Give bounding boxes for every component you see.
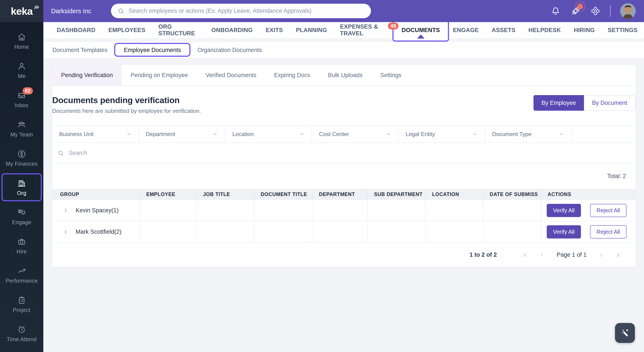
briefcase-icon	[17, 237, 26, 246]
sidebar-item-my-finances[interactable]: My Finances	[0, 144, 43, 173]
sidebar-item-project[interactable]: Project	[0, 290, 43, 319]
tab-expiring-docs[interactable]: Expiring Docs	[265, 65, 319, 86]
magic-wand-fab[interactable]	[615, 323, 635, 343]
pagination: 1 to 2 of 2 Page 1 of 1	[52, 243, 636, 267]
nav-exits[interactable]: EXITS	[259, 22, 290, 38]
cell-location	[426, 200, 483, 221]
cell-department	[312, 200, 368, 221]
col-sub-department: SUB DEPARTMENT	[368, 189, 426, 200]
keka-logo[interactable]: keka	[0, 0, 43, 22]
pagination-range: 1 to 2 of 2	[470, 252, 497, 258]
sidebar-item-my-team[interactable]: My Team	[0, 114, 43, 144]
gear-icon[interactable]	[590, 6, 600, 16]
cell-sub-department	[368, 222, 426, 242]
nav-org-structure[interactable]: ORG STRUCTURE	[152, 22, 205, 38]
subnav-organization-documents[interactable]: Organization Documents	[189, 42, 270, 58]
col-actions: ACTIONS	[541, 189, 636, 200]
table-header: GROUP EMPLOYEE JOB TITLE DOCUMENT TITLE …	[52, 189, 636, 200]
first-page-icon[interactable]	[523, 252, 529, 258]
col-date-of-submission: DATE OF SUBMISS	[483, 189, 541, 200]
subnav-employee-documents[interactable]: Employee Documents	[116, 42, 189, 58]
clipboard-icon	[17, 296, 26, 305]
nav-assets[interactable]: ASSETS	[485, 22, 522, 38]
alarm-clock-icon	[17, 325, 26, 334]
nav-planning[interactable]: PLANNING	[290, 22, 334, 38]
filter-department[interactable]: Department	[139, 126, 226, 142]
logo-spark-icon	[33, 3, 40, 10]
toggle-by-employee[interactable]: By Employee	[534, 95, 584, 111]
company-name: Darksiders Inc	[51, 8, 91, 15]
chevron-down-icon	[559, 131, 564, 137]
cell-sub-department	[368, 200, 426, 221]
filter-location[interactable]: Location	[225, 126, 312, 142]
pagination-page-label: Page 1 of 1	[557, 252, 586, 258]
toggle-by-document[interactable]: By Document	[584, 95, 636, 111]
total-count: Total: 2	[52, 164, 636, 189]
tab-pending-on-employee[interactable]: Pending on Employee	[122, 65, 197, 86]
subnav-document-templates[interactable]: Document Templates	[44, 42, 116, 58]
cell-job-title	[196, 200, 254, 221]
tab-pending-verification[interactable]: Pending Verification	[52, 65, 122, 86]
nav-documents[interactable]: DOCUMENTS	[395, 22, 446, 38]
magic-wand-icon	[619, 327, 631, 339]
tab-settings[interactable]: Settings	[372, 65, 410, 86]
last-page-icon[interactable]	[614, 252, 620, 258]
group-name[interactable]: Kevin Spacey(1)	[76, 207, 118, 214]
page-body: Pending Verification Pending on Employee…	[43, 58, 644, 267]
keka-logo-text: keka	[11, 5, 33, 17]
nav-onboarding[interactable]: ONBOARDING	[205, 22, 260, 38]
nav-engage[interactable]: ENGAGE	[446, 22, 485, 38]
cell-date-of-submission	[483, 222, 541, 242]
bell-icon[interactable]	[550, 6, 560, 16]
sidebar-item-performance[interactable]: Performance	[0, 260, 43, 290]
rocket-icon[interactable]	[570, 6, 581, 16]
table-search-row	[52, 143, 636, 164]
sidebar-item-me[interactable]: Me	[0, 56, 43, 85]
verify-all-button[interactable]: Verify All	[547, 225, 581, 238]
tab-bulk-uploads[interactable]: Bulk Uploads	[319, 65, 372, 86]
nav-dashboard[interactable]: DASHBOARD	[50, 22, 102, 38]
table-search-input[interactable]	[69, 150, 630, 156]
filter-business-unit[interactable]: Business Unit	[52, 126, 139, 142]
expand-chevron-icon[interactable]	[62, 229, 69, 235]
tab-verified-documents[interactable]: Verified Documents	[197, 65, 265, 86]
nav-hiring[interactable]: HIRING	[567, 22, 601, 38]
nav-expenses-travel[interactable]: EXPENSES & TRAVEL 48	[334, 22, 395, 38]
nav-helpdesk[interactable]: HELPDESK	[522, 22, 567, 38]
documents-subnav: Document Templates Employee Documents Or…	[43, 42, 644, 58]
reject-all-button[interactable]: Reject All	[590, 204, 626, 217]
user-avatar[interactable]	[620, 3, 636, 19]
filters-row: Business Unit Department Location Cost C…	[52, 125, 636, 143]
reject-all-button[interactable]: Reject All	[590, 225, 626, 238]
group-name[interactable]: Mark Scottfield(2)	[76, 228, 122, 235]
global-search-input[interactable]	[129, 8, 364, 14]
chevron-down-icon	[212, 131, 218, 137]
expenses-count-badge: 48	[388, 22, 398, 30]
verification-tabs: Pending Verification Pending on Employee…	[52, 65, 636, 86]
chevron-down-icon	[386, 131, 391, 137]
inbox-badge: 82	[22, 87, 33, 94]
topbar-divider	[610, 5, 611, 17]
sidebar-item-home[interactable]: Home	[0, 26, 43, 56]
filter-legal-entity[interactable]: Legal Entity	[399, 126, 486, 142]
expand-chevron-icon[interactable]	[62, 208, 69, 214]
next-page-icon[interactable]	[598, 252, 604, 258]
sidebar-item-inbox[interactable]: 82 Inbox	[0, 85, 43, 114]
sidebar-item-engage[interactable]: Engage	[0, 202, 43, 231]
col-location: LOCATION	[426, 189, 483, 200]
team-icon	[17, 120, 26, 130]
nav-settings[interactable]: SETTINGS	[601, 22, 644, 38]
nav-employees[interactable]: EMPLOYEES	[102, 22, 152, 38]
sidebar-item-org[interactable]: Org	[0, 173, 43, 202]
pending-verification-card: Pending Verification Pending on Employee…	[52, 65, 636, 267]
sidebar-item-hire[interactable]: Hire	[0, 231, 43, 260]
inbox-icon: 82	[17, 91, 26, 100]
filter-cost-center[interactable]: Cost Center	[312, 126, 399, 142]
prev-page-icon[interactable]	[539, 252, 546, 258]
filter-document-type[interactable]: Document Type	[485, 126, 572, 142]
verify-all-button[interactable]: Verify All	[547, 204, 581, 217]
cell-employee	[140, 222, 196, 242]
sidebar-item-time-attend[interactable]: Time Attend	[0, 319, 43, 348]
global-search[interactable]	[111, 4, 371, 18]
title-row: Documents pending verification Documents…	[52, 86, 636, 125]
